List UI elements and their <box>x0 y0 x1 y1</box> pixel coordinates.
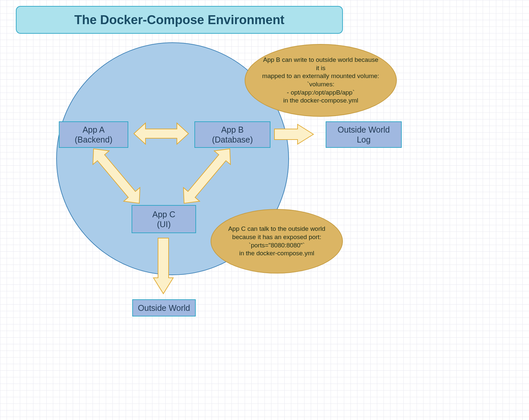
callout-app-c: App C can talk to the outside world beca… <box>211 209 343 273</box>
callout-app-b: App B can write to outside world because… <box>245 44 397 117</box>
node-outside-world-log: Outside World Log <box>326 121 402 148</box>
diagram-title: The Docker-Compose Environment <box>16 6 343 34</box>
node-outside-world: Outside World <box>132 299 196 316</box>
node-app-c: App C (UI) <box>132 205 196 233</box>
node-app-a: App A (Backend) <box>59 121 128 148</box>
node-app-b: App B (Database) <box>194 121 270 148</box>
